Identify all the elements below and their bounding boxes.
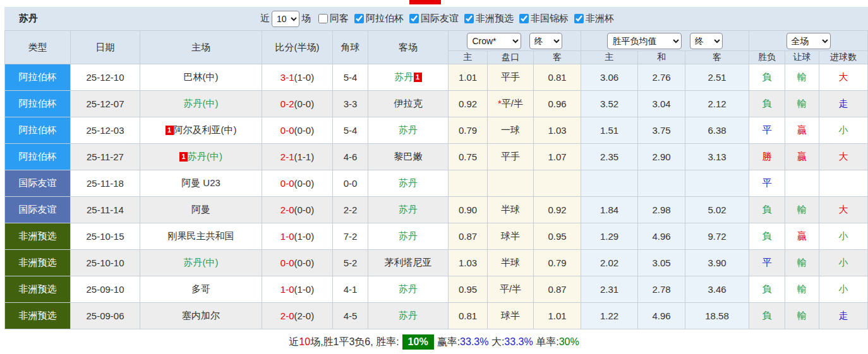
- same-venue-checkbox[interactable]: 同客: [313, 13, 349, 25]
- competition-checkbox[interactable]: 国际友谊: [404, 13, 459, 25]
- same-venue-input[interactable]: [318, 14, 328, 23]
- summary-segment: 30%: [559, 336, 579, 348]
- team-name: 巴林(中): [184, 71, 219, 82]
- score-cell: 0-0(0-0): [262, 250, 333, 276]
- match-row: 非洲预选25-10-10苏丹(中)0-0(0-0)5-2茅利塔尼亚1.03半球0…: [5, 250, 868, 276]
- result-char: 大: [839, 204, 848, 215]
- score-cell: 2-1(1-1): [262, 144, 333, 170]
- away-team-cell: 苏丹: [368, 117, 449, 144]
- competition-checkbox-input[interactable]: [574, 14, 584, 23]
- mean-home-cell: 1.29: [581, 223, 638, 250]
- goals-result-cell: 小: [819, 223, 868, 250]
- handicap-result-cell: [785, 170, 819, 197]
- summary-segment: 场,胜1平3负6, 胜率:: [310, 336, 399, 349]
- odds-handicap-cell: *平/半: [488, 91, 534, 117]
- result-char: 輸: [797, 310, 807, 321]
- filter-bar: 苏丹 近 10 场 同客 阿拉伯杯国际友谊非洲预选非国锦标非洲杯: [4, 7, 868, 30]
- full-score: 0-0: [280, 125, 294, 136]
- match-date-cell: 25-11-27: [71, 144, 140, 170]
- outcome-cell: 負: [749, 303, 785, 329]
- score-cell: 0-0(0-0): [262, 170, 333, 197]
- match-type-cell: 非洲预选: [5, 250, 71, 276]
- odds-away-cell: [534, 170, 581, 197]
- corner-cell: 7-2: [333, 223, 368, 250]
- home-team-cell: 多哥: [140, 276, 262, 303]
- mean-away-cell: 9.72: [685, 223, 749, 250]
- team-name: 苏丹: [399, 230, 418, 241]
- match-type-cell: 阿拉伯杯: [5, 91, 71, 117]
- col-header-score: 比分(半场): [262, 31, 333, 64]
- result-char: 小: [839, 230, 848, 241]
- away-team-cell: 苏丹1: [368, 64, 449, 91]
- team-name: 黎巴嫩: [394, 151, 423, 162]
- mean-away-cell: 18.58: [685, 303, 749, 329]
- match-date-cell: 25-11-14: [71, 197, 140, 223]
- goals-result-cell: 小: [819, 117, 868, 144]
- team-name: 多哥: [191, 283, 210, 294]
- team-name: 茅利塔尼亚: [385, 257, 432, 268]
- odds-home-cell: 1.03: [449, 250, 488, 276]
- match-row: 国际友谊25-11-14阿曼2-0(0-0)2-2苏丹0.90半球0.921.8…: [5, 197, 868, 223]
- odds-handicap-cell: 一球: [488, 117, 534, 144]
- scope-select[interactable]: 全场: [787, 33, 831, 49]
- score-cell: 1-0(1-0): [262, 223, 333, 250]
- competition-label: 非洲杯: [586, 13, 614, 25]
- full-score: 0-2: [280, 98, 294, 109]
- competition-checkbox-input[interactable]: [354, 14, 364, 23]
- result-char: 輸: [797, 204, 807, 215]
- result-char: 輸: [797, 257, 807, 268]
- sub-col-mean-home: 主: [581, 51, 638, 64]
- competition-checkbox-input[interactable]: [519, 14, 529, 23]
- mean-home-cell: 3.06: [581, 64, 638, 91]
- handicap-result-cell: 輸: [785, 250, 819, 276]
- outcome-cell: 負: [749, 64, 785, 91]
- red-tab-fragment: [409, 0, 441, 4]
- odds-away-cell: 0.87: [534, 276, 581, 303]
- team-name: 苏丹(中): [188, 151, 222, 162]
- team-name: 阿曼: [191, 204, 210, 215]
- mean-home-cell: 1.51: [581, 117, 638, 144]
- competition-checkbox[interactable]: 阿拉伯杯: [349, 13, 404, 25]
- result-char: 小: [839, 283, 848, 294]
- mean-odds-select[interactable]: 胜平负均值: [607, 33, 682, 49]
- odds-company-select[interactable]: Crow*: [467, 33, 521, 49]
- match-row: 非洲预选25-09-10多哥1-0(1-0)4-1苏丹0.95平/半0.872.…: [5, 276, 868, 303]
- odds-company-time-select[interactable]: 终: [529, 33, 562, 49]
- sub-col-crow-handicap: 盘口: [488, 51, 534, 64]
- summary-segment: 33.3%: [460, 336, 488, 348]
- red-number-badge: 1: [166, 126, 174, 135]
- odds-home-cell: 0.90: [449, 197, 488, 223]
- team-name: 苏丹: [399, 310, 418, 321]
- odds-handicap-cell: 平手: [488, 64, 534, 91]
- competition-checkbox-input[interactable]: [409, 14, 419, 23]
- result-char: 平: [763, 177, 772, 188]
- competition-checkbox[interactable]: 非国锦标: [514, 13, 569, 25]
- recent-count-select[interactable]: 10: [272, 11, 299, 27]
- mean-time-select[interactable]: 终: [690, 33, 723, 49]
- home-team-cell: 阿曼: [140, 197, 262, 223]
- home-team-cell: 1苏丹(中): [140, 144, 262, 170]
- half-score: (0-0): [294, 98, 315, 109]
- mean-home-cell: 3.52: [581, 91, 638, 117]
- odds-away-cell: 0.95: [534, 223, 581, 250]
- result-char: 走: [839, 98, 848, 109]
- competition-checkbox-input[interactable]: [464, 14, 474, 23]
- match-row: 阿拉伯杯25-12-07苏丹(中)0-2(0-0)3-3伊拉克0.92*平/半0…: [5, 91, 868, 117]
- summary-segment: 近: [289, 336, 299, 349]
- handicap-result-cell: 輸: [785, 276, 819, 303]
- home-team-cell: 苏丹(中): [140, 250, 262, 276]
- mean-draw-cell: 2.78: [638, 276, 685, 303]
- goals-result-cell: [819, 170, 868, 197]
- half-score: (1-0): [294, 284, 315, 295]
- result-char: 輸: [797, 71, 807, 82]
- full-score: 1-0: [280, 231, 294, 242]
- goals-result-cell: 走: [819, 303, 868, 329]
- half-score: (2-0): [294, 310, 315, 321]
- team-name: 苏丹: [399, 177, 418, 188]
- mean-away-cell: 3.13: [685, 144, 749, 170]
- competition-checkbox[interactable]: 非洲预选: [459, 13, 514, 25]
- competition-checkbox[interactable]: 非洲杯: [569, 13, 614, 25]
- outcome-cell: 負: [749, 91, 785, 117]
- mean-away-cell: 2.51: [685, 64, 749, 91]
- red-number-badge: 1: [414, 73, 422, 82]
